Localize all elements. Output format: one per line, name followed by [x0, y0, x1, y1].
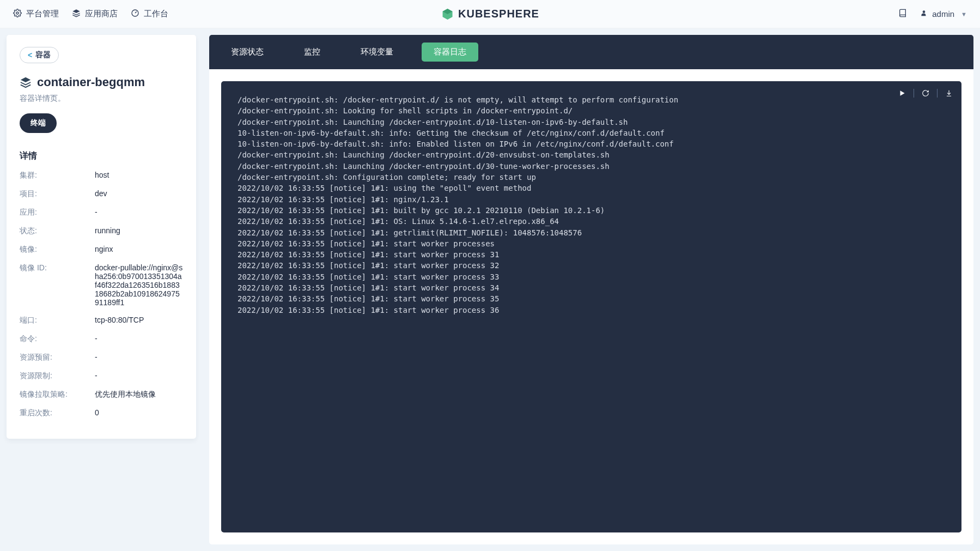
detail-row: 重启次数:0	[20, 408, 183, 418]
topbar-left: 平台管理 应用商店 工作台	[13, 9, 168, 19]
cube-icon	[441, 8, 454, 21]
brand-text: KUBESPHERE	[458, 8, 539, 20]
detail-label: 状态:	[20, 226, 95, 236]
chevron-down-icon: ▼	[961, 11, 967, 17]
container-icon	[20, 76, 32, 88]
detail-row: 镜像:nginx	[20, 245, 183, 255]
detail-label: 项目:	[20, 189, 95, 199]
separator	[937, 89, 938, 98]
detail-label: 端口:	[20, 316, 95, 325]
user-icon	[920, 9, 928, 19]
tabbar: 资源状态监控环境变量容器日志	[209, 35, 973, 69]
topbar: 平台管理 应用商店 工作台 KUBESPHERE admin	[0, 0, 980, 28]
docs-icon[interactable]	[898, 9, 907, 20]
detail-value: -	[95, 371, 98, 381]
nav-workbench[interactable]: 工作台	[131, 9, 168, 19]
back-label: 容器	[35, 50, 51, 60]
detail-value: -	[95, 353, 98, 362]
detail-row: 资源预留:-	[20, 353, 183, 362]
tab[interactable]: 资源状态	[219, 43, 276, 62]
detail-label: 应用:	[20, 208, 95, 217]
gauge-icon	[131, 9, 139, 19]
detail-row: 状态:running	[20, 226, 183, 236]
detail-value: 0	[95, 408, 99, 418]
detail-label: 资源限制:	[20, 371, 95, 381]
user-menu[interactable]: admin ▼	[920, 9, 967, 19]
nav-platform-management[interactable]: 平台管理	[13, 9, 59, 19]
main-area: 资源状态监控环境变量容器日志 /docker-entrypoint.	[209, 35, 973, 544]
detail-label: 重启次数:	[20, 408, 95, 418]
page-title: container-begqmm	[37, 75, 145, 89]
detail-row: 镜像 ID:docker-pullable://nginx@sha256:0b9…	[20, 263, 183, 307]
details-heading: 详情	[20, 150, 183, 162]
terminal-button[interactable]: 终端	[20, 113, 57, 133]
svg-point-0	[16, 12, 19, 14]
detail-value: docker-pullable://nginx@sha256:0b9700133…	[95, 263, 183, 307]
nav-platform-label: 平台管理	[26, 9, 59, 19]
detail-row: 镜像拉取策略:优先使用本地镜像	[20, 390, 183, 399]
nav-appstore-label: 应用商店	[85, 9, 118, 19]
tab[interactable]: 环境变量	[349, 43, 405, 62]
detail-row: 端口:tcp-80:80/TCP	[20, 316, 183, 325]
detail-label: 命令:	[20, 334, 95, 344]
detail-value: host	[95, 171, 109, 180]
detail-label: 镜像 ID:	[20, 263, 95, 307]
detail-row: 资源限制:-	[20, 371, 183, 381]
arrow-left-icon: <	[28, 51, 32, 59]
log-box: /docker-entrypoint.sh: /docker-entrypoin…	[221, 81, 961, 532]
page-subtitle: 容器详情页。	[20, 94, 183, 104]
svg-marker-1	[72, 9, 80, 13]
detail-label: 镜像:	[20, 245, 95, 255]
detail-value: 优先使用本地镜像	[95, 390, 156, 399]
tab[interactable]: 容器日志	[422, 43, 478, 62]
layers-icon	[72, 9, 81, 19]
download-icon[interactable]	[945, 89, 953, 97]
nav-app-store[interactable]: 应用商店	[72, 9, 118, 19]
log-output[interactable]: /docker-entrypoint.sh: /docker-entrypoin…	[238, 94, 945, 316]
nav-workbench-label: 工作台	[144, 9, 168, 19]
detail-row: 集群:host	[20, 171, 183, 180]
username-label: admin	[932, 9, 954, 19]
topbar-right: admin ▼	[898, 9, 967, 20]
brand-logo[interactable]: KUBESPHERE	[441, 8, 539, 21]
detail-row: 命令:-	[20, 334, 183, 344]
title-row: container-begqmm	[20, 75, 183, 89]
detail-label: 集群:	[20, 171, 95, 180]
svg-point-5	[923, 10, 926, 13]
details-list: 集群:host项目:dev应用:-状态:running镜像:nginx镜像 ID…	[20, 171, 183, 418]
detail-value: nginx	[95, 245, 113, 255]
detail-row: 项目:dev	[20, 189, 183, 199]
detail-value: -	[95, 334, 98, 344]
back-button[interactable]: < 容器	[20, 47, 59, 63]
gear-icon	[13, 9, 22, 19]
log-toolbar	[898, 89, 953, 98]
separator	[914, 89, 914, 98]
svg-marker-6	[21, 77, 31, 82]
refresh-icon[interactable]	[922, 89, 929, 97]
page-body: < 容器 container-begqmm 容器详情页。 终端 详情 集群:ho…	[0, 28, 980, 551]
play-icon[interactable]	[898, 89, 906, 97]
detail-label: 资源预留:	[20, 353, 95, 362]
detail-value: dev	[95, 189, 107, 199]
detail-row: 应用:-	[20, 208, 183, 217]
detail-card: < 容器 container-begqmm 容器详情页。 终端 详情 集群:ho…	[7, 35, 196, 439]
svg-marker-7	[900, 90, 905, 95]
detail-label: 镜像拉取策略:	[20, 390, 95, 399]
detail-value: tcp-80:80/TCP	[95, 316, 144, 325]
log-card: /docker-entrypoint.sh: /docker-entrypoin…	[209, 69, 973, 544]
detail-value: running	[95, 226, 120, 236]
tab[interactable]: 监控	[292, 43, 332, 62]
detail-value: -	[95, 208, 98, 217]
